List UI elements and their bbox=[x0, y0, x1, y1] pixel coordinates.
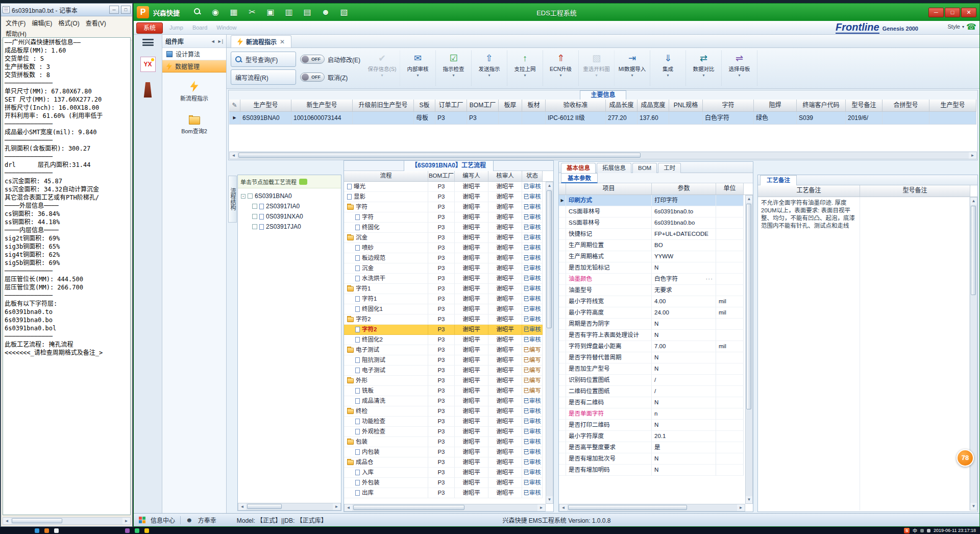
param-row[interactable]: 是否有二维码N bbox=[559, 397, 745, 408]
floating-badge[interactable]: 78 bbox=[957, 449, 974, 467]
tray-icon[interactable] bbox=[920, 529, 924, 532]
notepad-text[interactable]: ——广州兴森快捷拼板信息——成品板厚(MM): 1.60交货单位 : S生产拼板… bbox=[3, 37, 131, 515]
ime-indicator[interactable]: 中 bbox=[913, 527, 917, 534]
taskbar-app-icon[interactable] bbox=[54, 528, 59, 533]
scroll-left-icon[interactable]: ◄ bbox=[559, 504, 567, 511]
scroll-right-icon[interactable]: ► bbox=[969, 152, 976, 159]
flow-row[interactable]: 终固化2P3谢昭平谢昭平已审核 bbox=[344, 335, 546, 345]
rows-icon[interactable]: ▤ bbox=[301, 7, 313, 18]
nav-right-icon[interactable]: ►| bbox=[217, 39, 223, 44]
system-tray[interactable]: S 中 2019-06-11 23:17:18 bbox=[904, 527, 976, 534]
minimize-button[interactable]: ─ bbox=[928, 8, 944, 17]
flow-row[interactable]: 终固化1P3谢昭平谢昭平已审核 bbox=[344, 304, 546, 314]
cell[interactable] bbox=[883, 112, 929, 125]
flow-row[interactable]: 功能检查P3谢昭平谢昭平已审核 bbox=[344, 417, 546, 427]
upload-online-button[interactable]: ↑支拉上网▾ bbox=[507, 51, 543, 86]
column-header[interactable]: 成品长度 bbox=[606, 100, 638, 112]
flow-row[interactable]: 外包装P3谢昭平谢昭平已审核 bbox=[344, 478, 546, 488]
cell[interactable]: P3 bbox=[435, 112, 467, 125]
flow-row[interactable]: 字符P3谢昭平谢昭平已审核 bbox=[344, 202, 546, 212]
tree-node[interactable]: 2S03917JA0 bbox=[239, 222, 340, 232]
scroll-right-icon[interactable]: ► bbox=[333, 503, 340, 510]
phone-icon[interactable]: ☎ bbox=[966, 22, 976, 32]
select-motherboard-button[interactable]: ⇌选择母板▾ bbox=[722, 51, 757, 86]
tab-other[interactable]: 工时 bbox=[658, 163, 681, 173]
cell[interactable]: 2019/6/ bbox=[846, 112, 883, 125]
cell[interactable]: 白色字符 bbox=[703, 112, 754, 125]
param-row[interactable]: CS面菲林号6s0391bna0.to bbox=[559, 206, 745, 217]
panel-icon[interactable]: ▣ bbox=[264, 7, 277, 18]
scroll-track[interactable] bbox=[11, 518, 122, 524]
flow-row[interactable]: 显影P3谢昭平谢昭平已审核 bbox=[344, 192, 546, 202]
flow-row[interactable]: 电子测试P3谢昭平谢昭平已编写 bbox=[344, 366, 546, 376]
flow-row[interactable]: 沉金P3谢昭平谢昭平已审核 bbox=[344, 233, 546, 243]
param-row[interactable]: 是否高平整度要求是 bbox=[559, 442, 745, 453]
column-header[interactable]: 合拼型号 bbox=[883, 100, 929, 112]
column-header[interactable]: BOM工厂 bbox=[467, 100, 499, 112]
search-icon[interactable] bbox=[191, 7, 203, 18]
notepad-menu-item[interactable]: 编辑(E) bbox=[29, 17, 55, 28]
tab-design-algorithm[interactable]: 设计算法 bbox=[162, 48, 226, 60]
params-vscrollbar[interactable]: ▲ ▼ bbox=[745, 195, 753, 504]
app-titlebar[interactable]: P 兴森快捷 ◉▦✂▣▥▤☻▧ EDS工程系统 ─ □ ✕ bbox=[134, 4, 979, 21]
column-header[interactable]: 生产型号 bbox=[929, 100, 976, 112]
param-row[interactable]: 是否有字符上表面处理设计N bbox=[559, 330, 745, 341]
table-icon[interactable]: ▦ bbox=[228, 7, 240, 18]
model-remarks-text[interactable] bbox=[860, 197, 970, 511]
column-header[interactable]: S板 bbox=[414, 100, 435, 112]
column-header[interactable]: 验收标准 bbox=[546, 100, 606, 112]
column-header[interactable]: 板厚 bbox=[499, 100, 522, 112]
tree-hscrollbar[interactable]: ◄ ► bbox=[238, 503, 341, 511]
param-row[interactable]: 快捷标记FP+UL+DATECODE bbox=[559, 229, 745, 240]
flow-row[interactable]: 字符1P3谢昭平谢昭平已审核 bbox=[344, 294, 546, 304]
tab-data-management[interactable]: 数据管理 bbox=[162, 60, 226, 72]
taskbar-app-icon[interactable] bbox=[125, 528, 130, 533]
scroll-up-icon[interactable]: ▲ bbox=[745, 196, 753, 203]
info-center-label[interactable]: 信息中心 bbox=[151, 516, 175, 524]
column-header[interactable]: 核审人 bbox=[488, 171, 522, 181]
params-hscrollbar[interactable]: ◄ ► bbox=[559, 504, 745, 512]
write-flow-button[interactable]: 编写流程(R) bbox=[231, 69, 296, 85]
param-row[interactable]: 生产周期位置BO bbox=[559, 240, 745, 251]
tray-icon[interactable] bbox=[927, 529, 930, 532]
flow-row[interactable]: 字符2P3谢昭平谢昭平已审核 bbox=[344, 314, 546, 325]
globe-icon[interactable]: ◉ bbox=[209, 7, 222, 18]
param-row[interactable]: 是否加无铅标记N bbox=[559, 262, 745, 274]
maximize-button[interactable]: □ bbox=[945, 8, 960, 17]
flow-row[interactable]: 出库P3谢昭平谢昭平已审核 bbox=[344, 488, 546, 498]
minimize-button[interactable]: ─ bbox=[109, 6, 119, 14]
cell[interactable] bbox=[669, 112, 703, 125]
flow-row[interactable]: 内包装P3谢昭平谢昭平已审核 bbox=[344, 447, 546, 457]
cell[interactable] bbox=[353, 112, 414, 125]
scroll-up-icon[interactable]: ▲ bbox=[970, 198, 977, 205]
flow-vscrollbar[interactable]: ▲ ▼ bbox=[546, 182, 553, 504]
sidebar-item-new-flow[interactable]: 新流程指示 bbox=[162, 81, 226, 102]
column-header[interactable]: 生产型号 bbox=[240, 100, 291, 112]
flow-row[interactable]: 阻抗测试P3谢昭平谢昭平已编写 bbox=[344, 355, 546, 366]
flow-row[interactable]: 外观检查P3谢昭平谢昭平已审核 bbox=[344, 427, 546, 437]
scroll-right-icon[interactable]: ► bbox=[737, 504, 745, 511]
param-row[interactable]: 最小字符高度24.00mil bbox=[559, 307, 745, 319]
tab-other[interactable]: BOM bbox=[632, 163, 657, 173]
notepad-hscrollbar[interactable]: ◄ ► bbox=[3, 517, 131, 525]
tree-node-root[interactable]: - 6S0391BNA0 bbox=[239, 191, 340, 201]
taskbar-app-icon[interactable] bbox=[135, 528, 139, 533]
cell[interactable] bbox=[929, 112, 976, 125]
param-row[interactable]: 最小字符厚度20.1 bbox=[559, 431, 745, 442]
scroll-track[interactable] bbox=[567, 504, 737, 511]
param-row[interactable]: SS面菲林号6s0391bna0.bo bbox=[559, 217, 745, 229]
cell[interactable]: 277.20 bbox=[606, 112, 638, 125]
model-query-button[interactable]: 型号查询(F) bbox=[231, 52, 296, 67]
column-header[interactable]: 项目 bbox=[566, 183, 652, 195]
scroll-right-icon[interactable]: ► bbox=[537, 504, 545, 511]
flow-structure-tab[interactable]: 流程结构 bbox=[228, 176, 237, 223]
close-icon[interactable]: ✕ bbox=[280, 38, 285, 45]
system-tab[interactable]: 系统 bbox=[136, 22, 163, 34]
sidebar-item-bom-query[interactable]: Bom查询2 bbox=[162, 116, 226, 135]
column-header[interactable]: 升级前旧生产型号 bbox=[353, 100, 414, 112]
cell[interactable]: 母板 bbox=[414, 112, 435, 125]
flow-row[interactable]: 水洗烘干P3谢昭平谢昭平已审核 bbox=[344, 274, 546, 284]
flow-row[interactable]: 终固化P3谢昭平谢昭平已审核 bbox=[344, 223, 546, 233]
scroll-left-icon[interactable]: ◄ bbox=[238, 503, 246, 510]
data-compare-button[interactable]: ⇄数据对比▾ bbox=[686, 51, 722, 86]
